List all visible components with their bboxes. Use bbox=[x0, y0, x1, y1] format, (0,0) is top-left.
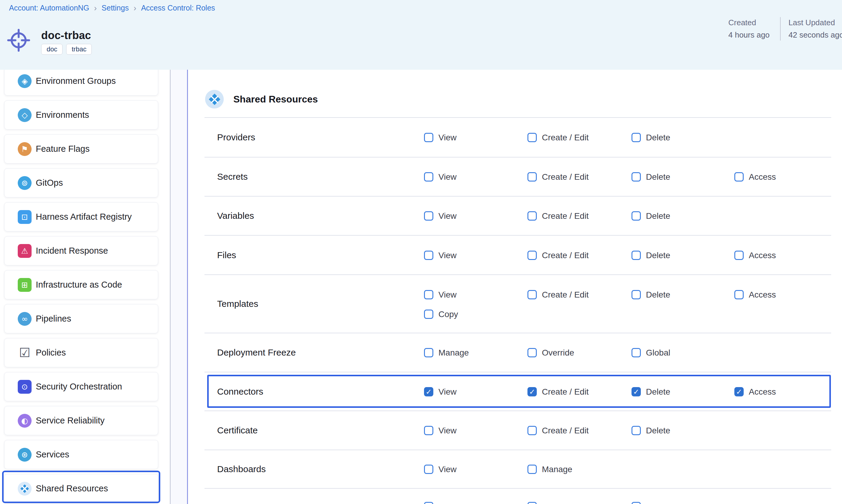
environment-groups-icon: ◈ bbox=[18, 74, 32, 88]
gitops-icon: ⊚ bbox=[18, 176, 32, 190]
permission-label: Override bbox=[542, 348, 574, 357]
permission-row-templates: TemplatesViewCreate / EditDeleteAccessCo… bbox=[205, 274, 831, 333]
checkbox-access[interactable] bbox=[734, 172, 744, 181]
permission-label: Manage bbox=[438, 348, 469, 357]
sidebar-item-environment-groups[interactable]: ◈Environment Groups bbox=[4, 67, 158, 95]
permission-row-files: FilesViewCreate / EditDeleteAccess bbox=[205, 235, 831, 274]
checkbox-access[interactable]: ✓ bbox=[734, 387, 744, 396]
checkbox-global[interactable] bbox=[631, 348, 641, 357]
security-orchestration-icon: ⊙ bbox=[18, 380, 32, 394]
checkbox-create-edit[interactable] bbox=[527, 133, 537, 142]
checkbox-copy[interactable] bbox=[424, 309, 433, 319]
incident-response-icon: ⚠ bbox=[18, 244, 32, 258]
tag-list: doctrbac bbox=[41, 44, 92, 55]
checkbox-create-edit[interactable] bbox=[527, 172, 537, 181]
sidebar-item-shared-resources[interactable]: Shared Resources bbox=[4, 474, 158, 503]
sidebar-item-service-reliability[interactable]: ◐Service Reliability bbox=[4, 406, 158, 435]
checkbox-view[interactable] bbox=[424, 133, 433, 142]
last-updated-value: 42 seconds ago bbox=[788, 29, 842, 41]
tag-doc: doc bbox=[41, 44, 63, 55]
checkbox-delete[interactable] bbox=[631, 172, 641, 181]
checkbox-manage[interactable] bbox=[527, 465, 537, 474]
sidebar-item-feature-flags[interactable]: ⚑Feature Flags bbox=[4, 134, 158, 163]
services-icon: ⊛ bbox=[18, 448, 32, 462]
resource-label: Deployment Freeze bbox=[217, 333, 296, 372]
checkbox-view[interactable] bbox=[424, 211, 433, 221]
sidebar-item-label: Infrastructure as Code bbox=[36, 280, 122, 290]
checkbox-delete[interactable] bbox=[631, 211, 641, 221]
permission-label: Delete bbox=[646, 426, 670, 435]
permissions-table: ProvidersViewCreate / EditDeleteSecretsV… bbox=[205, 0, 831, 504]
checkbox-view[interactable] bbox=[424, 426, 433, 435]
checkbox-delete[interactable] bbox=[631, 290, 641, 299]
pipelines-icon: ∞ bbox=[18, 312, 32, 326]
checkbox-create-edit[interactable] bbox=[527, 290, 537, 299]
checkbox-row[interactable] bbox=[527, 502, 537, 504]
breadcrumb: Account: AutomationNG › Settings › Acces… bbox=[9, 3, 215, 13]
permission-row-variables: VariablesViewCreate / EditDelete bbox=[205, 196, 831, 235]
breadcrumb-account[interactable]: Account: AutomationNG bbox=[9, 4, 89, 12]
sidebar-item-security-orchestration[interactable]: ⊙Security Orchestration bbox=[4, 372, 158, 401]
checkbox-access[interactable] bbox=[734, 290, 744, 299]
infrastructure-as-code-icon: ⊞ bbox=[18, 278, 32, 292]
check-icon: ✓ bbox=[425, 388, 432, 396]
panel-divider[interactable] bbox=[170, 70, 188, 504]
checkbox-create-edit[interactable] bbox=[527, 211, 537, 221]
checkbox-view[interactable] bbox=[424, 465, 433, 474]
checkbox-create-edit[interactable]: ✓ bbox=[527, 387, 537, 396]
permission-label: Create / Edit bbox=[542, 211, 589, 221]
feature-flags-icon: ⚑ bbox=[18, 142, 32, 156]
checkbox-access[interactable] bbox=[734, 251, 744, 260]
harness-artifact-registry-icon: ⊡ bbox=[18, 210, 32, 224]
checkbox-delete[interactable]: ✓ bbox=[631, 387, 641, 396]
permission-label: Delete bbox=[646, 290, 670, 299]
checkbox-create-edit[interactable] bbox=[527, 426, 537, 435]
permission-label: Create / Edit bbox=[542, 251, 589, 260]
permission-label: Create / Edit bbox=[542, 387, 589, 396]
checkbox-manage[interactable] bbox=[424, 348, 433, 357]
resource-label: Secrets bbox=[217, 158, 248, 196]
sidebar-item-gitops[interactable]: ⊚GitOps bbox=[4, 168, 158, 197]
breadcrumb-settings[interactable]: Settings bbox=[102, 4, 129, 12]
permission-row-dashboards: DashboardsViewManage bbox=[205, 450, 831, 488]
checkbox-override[interactable] bbox=[527, 348, 537, 357]
checkbox-delete[interactable] bbox=[631, 251, 641, 260]
created-label: Created bbox=[728, 17, 770, 29]
checkbox-view[interactable] bbox=[424, 251, 433, 260]
checkbox-delete[interactable] bbox=[631, 133, 641, 142]
last-updated-label: Last Updated bbox=[788, 17, 842, 29]
sidebar-item-harness-artifact-registry[interactable]: ⊡Harness Artifact Registry bbox=[4, 202, 158, 231]
permission-label: Access bbox=[749, 251, 776, 260]
checkbox-view[interactable]: ✓ bbox=[424, 387, 433, 396]
resource-label: Certificate bbox=[217, 411, 258, 450]
checkbox-create-edit[interactable] bbox=[527, 251, 537, 260]
permission-label: Delete bbox=[646, 251, 670, 260]
sidebar-item-services[interactable]: ⊛Services bbox=[4, 440, 158, 469]
resource-label: Providers bbox=[217, 118, 255, 157]
checkbox-delete[interactable] bbox=[631, 426, 641, 435]
sidebar-item-infrastructure-as-code[interactable]: ⊞Infrastructure as Code bbox=[4, 270, 158, 299]
breadcrumb-access-control-roles[interactable]: Access Control: Roles bbox=[141, 4, 215, 12]
checkbox-view[interactable] bbox=[424, 290, 433, 299]
checkbox-row[interactable] bbox=[631, 502, 641, 504]
permission-label: View bbox=[438, 133, 456, 142]
last-updated-meta: Last Updated 42 seconds ago bbox=[788, 17, 842, 41]
sidebar-item-pipelines[interactable]: ∞Pipelines bbox=[4, 304, 158, 333]
permission-label: View bbox=[438, 251, 456, 260]
permission-label: View bbox=[438, 426, 456, 435]
sidebar-item-label: Policies bbox=[36, 348, 66, 358]
sidebar: ◈Environment Groups◇Environments⚑Feature… bbox=[0, 0, 170, 504]
sidebar-item-label: Environments bbox=[36, 110, 89, 120]
permission-row-certificate: CertificateViewCreate / EditDelete bbox=[205, 411, 831, 450]
permission-label: Access bbox=[749, 290, 776, 299]
tag-trbac: trbac bbox=[66, 44, 92, 55]
sidebar-item-environments[interactable]: ◇Environments bbox=[4, 101, 158, 129]
sidebar-item-incident-response[interactable]: ⚠Incident Response bbox=[4, 236, 158, 265]
service-reliability-icon: ◐ bbox=[18, 414, 32, 428]
checkbox-row[interactable] bbox=[424, 502, 433, 504]
permission-label: Delete bbox=[646, 172, 670, 181]
sidebar-item-policies[interactable]: ☑Policies bbox=[4, 338, 158, 367]
permission-label: Create / Edit bbox=[542, 172, 589, 181]
permission-label: Access bbox=[749, 172, 776, 181]
checkbox-view[interactable] bbox=[424, 172, 433, 181]
